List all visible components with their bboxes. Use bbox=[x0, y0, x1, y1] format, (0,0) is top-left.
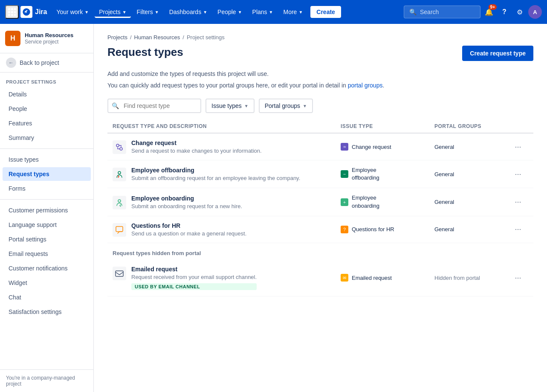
filters-bar: 🔍 Issue types ▼ Portal groups ▼ bbox=[107, 99, 533, 113]
change-request-desc: Send a request to make changes to your i… bbox=[131, 148, 262, 154]
table-row: Employee onboarding Submit an onboarding… bbox=[107, 188, 533, 216]
layout: H Human Resources Service project ← Back… bbox=[0, 24, 547, 392]
sidebar-item-customer-permissions[interactable]: Customer permissions bbox=[3, 203, 91, 217]
emailed-request-icon bbox=[113, 267, 126, 280]
find-request-type-input[interactable] bbox=[107, 99, 201, 113]
questions-hr-more-button[interactable]: ··· bbox=[511, 223, 525, 236]
table-row: Change request Send a request to make ch… bbox=[107, 134, 533, 160]
svg-rect-1 bbox=[11, 8, 13, 10]
page-description-line2: You can quickly add request types to you… bbox=[107, 81, 533, 90]
sidebar-item-chat[interactable]: Chat bbox=[3, 290, 91, 304]
plans-button[interactable]: Plans ▼ bbox=[248, 6, 278, 18]
change-request-issue-type: Change request bbox=[352, 144, 391, 150]
sidebar-item-summary[interactable]: Summary bbox=[3, 131, 91, 145]
sidebar-item-features[interactable]: Features bbox=[3, 116, 91, 130]
svg-point-11 bbox=[118, 171, 121, 174]
table-row: Employee offboarding Submit an offboardi… bbox=[107, 160, 533, 188]
svg-rect-8 bbox=[14, 14, 16, 16]
table-header: Request type and description Issue type … bbox=[107, 120, 533, 134]
hidden-section-label: Request types hidden from portal bbox=[107, 243, 533, 260]
back-arrow-icon: ← bbox=[6, 58, 16, 68]
dashboards-button[interactable]: Dashboards ▼ bbox=[165, 6, 211, 18]
search-input-wrap: 🔍 bbox=[107, 99, 201, 113]
breadcrumb: Projects / Human Resources / Project set… bbox=[107, 34, 533, 41]
offboarding-icon bbox=[113, 168, 126, 181]
settings-button[interactable]: ⚙ bbox=[513, 5, 527, 19]
sidebar-item-forms[interactable]: Forms bbox=[3, 182, 91, 195]
jira-logo[interactable]: Jira bbox=[20, 6, 47, 18]
project-name: Human Resources bbox=[25, 32, 73, 39]
page-header: Request types Create request type bbox=[107, 46, 533, 61]
sidebar-item-request-types[interactable]: Request types bbox=[3, 167, 91, 181]
change-request-more-button[interactable]: ··· bbox=[511, 140, 525, 154]
svg-rect-0 bbox=[8, 8, 10, 10]
offboarding-desc: Submit an offboarding request for an emp… bbox=[131, 175, 300, 181]
sidebar-item-issue-types[interactable]: Issue types bbox=[3, 153, 91, 166]
top-nav: Jira Your work ▼ Projects ▼ Filters ▼ Da… bbox=[0, 0, 547, 24]
portal-groups-filter-button[interactable]: Portal groups ▼ bbox=[259, 99, 313, 113]
sidebar-item-customer-notifications[interactable]: Customer notifications bbox=[3, 261, 91, 275]
search-icon: 🔍 bbox=[409, 9, 417, 15]
onboarding-more-button[interactable]: ··· bbox=[511, 195, 525, 209]
sidebar-item-email-requests[interactable]: Email requests bbox=[3, 247, 91, 261]
offboarding-portal-group: General bbox=[434, 171, 511, 177]
your-work-button[interactable]: Your work ▼ bbox=[52, 6, 93, 18]
svg-rect-7 bbox=[11, 14, 13, 16]
project-icon: H bbox=[5, 31, 20, 46]
back-to-project-link[interactable]: ← Back to project bbox=[0, 53, 93, 73]
portal-groups-link[interactable]: portal groups bbox=[348, 82, 383, 89]
sidebar-item-satisfaction-settings[interactable]: Satisfaction settings bbox=[3, 305, 91, 319]
search-bar[interactable]: 🔍 Search bbox=[404, 6, 480, 18]
questions-hr-portal-group: General bbox=[434, 226, 511, 232]
sidebar: H Human Resources Service project ← Back… bbox=[0, 24, 94, 392]
offboarding-issue-type-line1: Employee bbox=[352, 166, 379, 174]
sidebar-item-language-support[interactable]: Language support bbox=[3, 218, 91, 232]
notifications-button[interactable]: 🔔 9+ bbox=[482, 5, 496, 19]
svg-rect-14 bbox=[116, 271, 123, 276]
emailed-request-more-button[interactable]: ··· bbox=[511, 271, 525, 285]
filters-button[interactable]: Filters ▼ bbox=[133, 6, 163, 18]
svg-rect-3 bbox=[8, 11, 10, 13]
emailed-request-name[interactable]: Emailed request bbox=[131, 266, 257, 273]
sidebar-footer: You're in a company-managed project bbox=[0, 369, 93, 392]
emailed-request-issue-icon: ✉ bbox=[341, 274, 348, 282]
col-portal-groups: Portal groups bbox=[434, 123, 511, 129]
breadcrumb-projects[interactable]: Projects bbox=[107, 34, 127, 41]
email-channel-tag: USED BY EMAIL CHANNEL bbox=[131, 283, 257, 290]
people-button[interactable]: People ▼ bbox=[213, 6, 246, 18]
svg-rect-13 bbox=[116, 226, 123, 232]
projects-button[interactable]: Projects ▼ bbox=[95, 6, 130, 18]
help-button[interactable]: ? bbox=[498, 5, 511, 19]
sidebar-item-people[interactable]: People bbox=[3, 102, 91, 116]
questions-hr-issue-icon: ? bbox=[341, 226, 348, 233]
page-title: Request types bbox=[107, 46, 183, 59]
offboarding-name[interactable]: Employee offboarding bbox=[131, 167, 300, 174]
onboarding-name[interactable]: Employee onboarding bbox=[131, 195, 242, 202]
col-issue-type: Issue type bbox=[341, 123, 434, 129]
onboarding-portal-group: General bbox=[434, 199, 511, 205]
grid-menu-button[interactable] bbox=[5, 5, 19, 19]
sidebar-item-details[interactable]: Details bbox=[3, 87, 91, 101]
sidebar-item-portal-settings[interactable]: Portal settings bbox=[3, 232, 91, 246]
table-row: Emailed request Request received from yo… bbox=[107, 260, 533, 296]
breadcrumb-human-resources[interactable]: Human Resources bbox=[134, 34, 180, 41]
offboarding-issue-type-line2: offboarding bbox=[352, 174, 379, 182]
create-request-type-button[interactable]: Create request type bbox=[462, 46, 533, 61]
issue-types-filter-button[interactable]: Issue types ▼ bbox=[205, 99, 255, 113]
create-button[interactable]: Create bbox=[310, 6, 341, 18]
change-request-portal-group: General bbox=[434, 144, 511, 150]
sidebar-item-widget[interactable]: Widget bbox=[3, 276, 91, 290]
breadcrumb-project-settings: Project settings bbox=[187, 34, 225, 41]
emailed-request-desc: Request received from your email support… bbox=[131, 274, 257, 280]
questions-hr-name[interactable]: Questions for HR bbox=[131, 222, 246, 229]
svg-point-10 bbox=[120, 148, 122, 150]
emailed-request-portal-group: Hidden from portal bbox=[434, 275, 511, 281]
change-request-name[interactable]: Change request bbox=[131, 139, 262, 146]
more-button[interactable]: More ▼ bbox=[279, 6, 307, 18]
svg-point-12 bbox=[118, 200, 121, 202]
offboarding-more-button[interactable]: ··· bbox=[511, 167, 525, 181]
questions-hr-issue-type: Questions for HR bbox=[352, 226, 394, 232]
search-input-icon: 🔍 bbox=[112, 102, 119, 109]
user-avatar[interactable]: A bbox=[528, 5, 542, 19]
svg-rect-5 bbox=[14, 11, 16, 13]
